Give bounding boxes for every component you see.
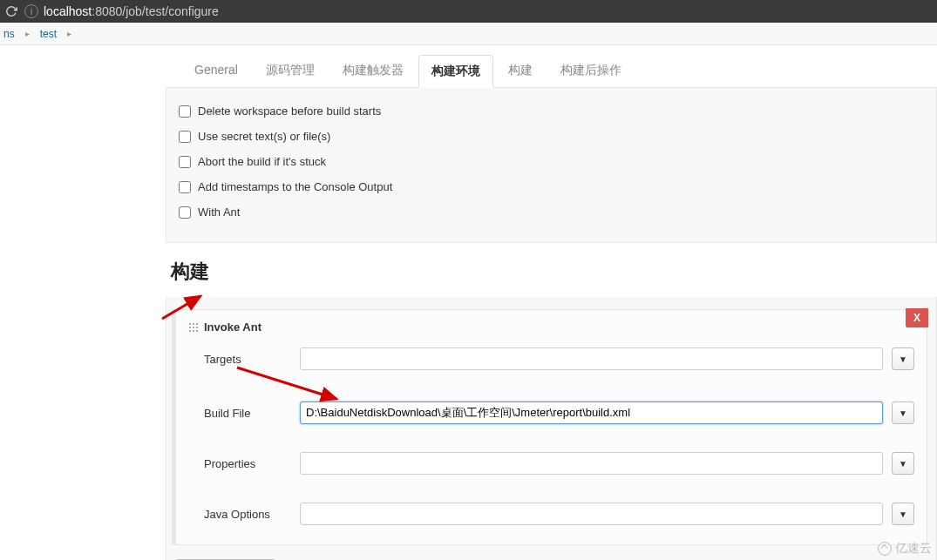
tab-build[interactable]: 构建 (495, 54, 546, 87)
properties-label: Properties (204, 457, 291, 470)
watermark: 亿速云 (878, 541, 932, 557)
option-add-timestamps[interactable]: Add timestamps to the Console Output (179, 174, 924, 199)
remove-step-button[interactable]: X (906, 308, 928, 327)
targets-input[interactable] (300, 347, 883, 370)
step-title: Invoke Ant (204, 320, 261, 334)
java-options-input[interactable] (300, 503, 883, 525)
drag-handle-icon[interactable] (188, 322, 199, 333)
watermark-text: 亿速云 (895, 541, 932, 557)
checkbox[interactable] (179, 105, 191, 118)
build-section-panel: X Invoke Ant Targets ▼ Build File ▼ Prop… (166, 297, 937, 560)
properties-input[interactable] (300, 452, 883, 475)
tab-triggers[interactable]: 构建触发器 (329, 54, 417, 87)
build-section-title: 构建 (166, 243, 937, 297)
checkbox[interactable] (179, 206, 191, 219)
tab-postbuild[interactable]: 构建后操作 (547, 54, 635, 87)
option-use-secret[interactable]: Use secret text(s) or file(s) (179, 124, 924, 149)
advanced-button[interactable]: ▼ (892, 452, 914, 475)
watermark-icon (878, 542, 892, 556)
breadcrumb: ns ▸ test ▸ (0, 23, 937, 45)
tab-build-environment[interactable]: 构建环境 (418, 55, 493, 88)
option-delete-workspace[interactable]: Delete workspace before build starts (179, 98, 924, 124)
breadcrumb-item[interactable]: ns (3, 28, 15, 40)
reload-icon[interactable] (3, 3, 19, 19)
checkbox[interactable] (179, 181, 191, 193)
option-abort-stuck[interactable]: Abort the build if it's stuck (179, 149, 924, 174)
option-label: Add timestamps to the Console Output (198, 180, 392, 193)
browser-address-bar: i localhost:8080/job/test/configure (0, 0, 937, 23)
advanced-button[interactable]: ▼ (892, 347, 914, 370)
java-options-label: Java Options (204, 508, 291, 521)
build-environment-panel: Delete workspace before build starts Use… (166, 88, 937, 243)
build-file-label: Build File (204, 407, 291, 420)
address-url[interactable]: localhost:8080/job/test/configure (44, 4, 934, 18)
tab-scm[interactable]: 源码管理 (253, 54, 328, 87)
option-with-ant[interactable]: With Ant (179, 199, 924, 225)
targets-label: Targets (204, 353, 291, 366)
option-label: Use secret text(s) or file(s) (198, 130, 330, 143)
breadcrumb-item[interactable]: test (40, 28, 57, 40)
advanced-button[interactable]: ▼ (892, 401, 914, 424)
option-label: Abort the build if it's stuck (198, 155, 326, 168)
tab-general[interactable]: General (181, 54, 251, 87)
breadcrumb-sep-icon: ▸ (25, 29, 30, 38)
advanced-button[interactable]: ▼ (892, 503, 914, 525)
option-label: Delete workspace before build starts (198, 105, 381, 118)
sidebar-spacer (0, 45, 166, 560)
checkbox[interactable] (179, 156, 191, 168)
site-info-icon[interactable]: i (24, 4, 38, 18)
build-step-invoke-ant: X Invoke Ant Targets ▼ Build File ▼ Prop… (172, 309, 927, 545)
option-label: With Ant (198, 206, 240, 219)
breadcrumb-sep-icon: ▸ (67, 29, 71, 38)
build-file-input[interactable] (300, 401, 883, 424)
checkbox[interactable] (179, 131, 191, 143)
config-tabs: General 源码管理 构建触发器 构建环境 构建 构建后操作 (166, 54, 937, 88)
